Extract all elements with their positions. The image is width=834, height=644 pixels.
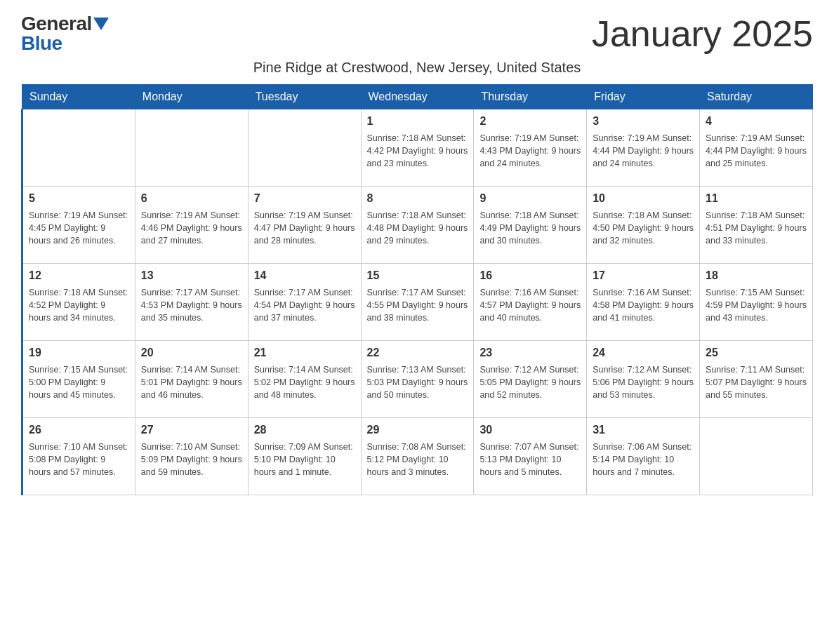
day-info: Sunrise: 7:15 AM Sunset: 5:00 PM Dayligh… [29, 363, 129, 401]
logo-triangle-icon [93, 18, 109, 30]
calendar-body: 1Sunrise: 7:18 AM Sunset: 4:42 PM Daylig… [22, 109, 813, 495]
day-number: 21 [254, 345, 355, 361]
location-subtitle: Pine Ridge at Crestwood, New Jersey, Uni… [21, 60, 813, 76]
day-number: 22 [367, 345, 468, 361]
day-number: 16 [479, 268, 581, 283]
calendar-cell: 25Sunrise: 7:11 AM Sunset: 5:07 PM Dayli… [700, 341, 813, 418]
day-info: Sunrise: 7:17 AM Sunset: 4:55 PM Dayligh… [367, 286, 468, 324]
day-number: 23 [479, 345, 581, 361]
calendar-cell [248, 109, 361, 187]
weekday-header-sunday: Sunday [22, 85, 135, 109]
day-info: Sunrise: 7:08 AM Sunset: 5:12 PM Dayligh… [367, 441, 468, 478]
calendar-cell: 9Sunrise: 7:18 AM Sunset: 4:49 PM Daylig… [474, 187, 587, 264]
day-info: Sunrise: 7:10 AM Sunset: 5:08 PM Dayligh… [29, 441, 129, 478]
day-info: Sunrise: 7:18 AM Sunset: 4:48 PM Dayligh… [367, 209, 468, 247]
day-info: Sunrise: 7:19 AM Sunset: 4:44 PM Dayligh… [593, 132, 694, 170]
calendar-cell: 29Sunrise: 7:08 AM Sunset: 5:12 PM Dayli… [361, 418, 474, 495]
logo-general-text: General [21, 14, 92, 34]
calendar-week-row: 26Sunrise: 7:10 AM Sunset: 5:08 PM Dayli… [22, 418, 813, 495]
calendar-cell: 16Sunrise: 7:16 AM Sunset: 4:57 PM Dayli… [474, 264, 587, 341]
calendar-week-row: 19Sunrise: 7:15 AM Sunset: 5:00 PM Dayli… [22, 341, 813, 418]
calendar-cell: 28Sunrise: 7:09 AM Sunset: 5:10 PM Dayli… [248, 418, 361, 495]
day-info: Sunrise: 7:19 AM Sunset: 4:45 PM Dayligh… [29, 209, 129, 247]
calendar-cell: 18Sunrise: 7:15 AM Sunset: 4:59 PM Dayli… [700, 264, 813, 341]
day-info: Sunrise: 7:19 AM Sunset: 4:43 PM Dayligh… [479, 132, 581, 170]
weekday-header-wednesday: Wednesday [361, 85, 474, 109]
day-number: 31 [593, 422, 694, 438]
day-number: 14 [254, 268, 355, 283]
day-number: 29 [367, 422, 468, 438]
day-number: 12 [29, 268, 129, 283]
page-header: General Blue January 2025 [21, 14, 813, 54]
day-info: Sunrise: 7:11 AM Sunset: 5:07 PM Dayligh… [706, 363, 807, 401]
day-number: 17 [593, 268, 694, 283]
calendar-cell: 6Sunrise: 7:19 AM Sunset: 4:46 PM Daylig… [135, 187, 248, 264]
calendar-cell [135, 109, 248, 187]
day-info: Sunrise: 7:16 AM Sunset: 4:57 PM Dayligh… [479, 286, 581, 324]
day-number: 10 [593, 191, 694, 206]
day-info: Sunrise: 7:18 AM Sunset: 4:52 PM Dayligh… [29, 286, 129, 324]
day-info: Sunrise: 7:19 AM Sunset: 4:46 PM Dayligh… [141, 209, 242, 247]
day-number: 27 [141, 422, 242, 438]
calendar-cell [700, 418, 813, 495]
calendar-cell: 30Sunrise: 7:07 AM Sunset: 5:13 PM Dayli… [474, 418, 587, 495]
day-number: 26 [29, 422, 129, 438]
day-info: Sunrise: 7:07 AM Sunset: 5:13 PM Dayligh… [479, 441, 581, 478]
calendar-table: SundayMondayTuesdayWednesdayThursdayFrid… [21, 84, 813, 495]
day-info: Sunrise: 7:19 AM Sunset: 4:47 PM Dayligh… [254, 209, 355, 247]
day-number: 1 [367, 114, 468, 129]
month-title: January 2025 [592, 14, 813, 54]
calendar-cell: 27Sunrise: 7:10 AM Sunset: 5:09 PM Dayli… [135, 418, 248, 495]
day-info: Sunrise: 7:12 AM Sunset: 5:05 PM Dayligh… [479, 363, 581, 401]
calendar-cell: 4Sunrise: 7:19 AM Sunset: 4:44 PM Daylig… [700, 109, 813, 187]
day-number: 25 [706, 345, 807, 361]
day-info: Sunrise: 7:13 AM Sunset: 5:03 PM Dayligh… [367, 363, 468, 401]
day-info: Sunrise: 7:17 AM Sunset: 4:53 PM Dayligh… [141, 286, 242, 324]
calendar-cell: 12Sunrise: 7:18 AM Sunset: 4:52 PM Dayli… [22, 264, 135, 341]
day-number: 2 [479, 114, 581, 129]
calendar-cell: 21Sunrise: 7:14 AM Sunset: 5:02 PM Dayli… [248, 341, 361, 418]
calendar-cell: 8Sunrise: 7:18 AM Sunset: 4:48 PM Daylig… [361, 187, 474, 264]
calendar-header-row: SundayMondayTuesdayWednesdayThursdayFrid… [22, 85, 813, 109]
svg-marker-0 [93, 18, 109, 30]
day-number: 4 [706, 114, 807, 129]
calendar-cell: 11Sunrise: 7:18 AM Sunset: 4:51 PM Dayli… [700, 187, 813, 264]
day-number: 19 [29, 345, 129, 361]
calendar-cell: 3Sunrise: 7:19 AM Sunset: 4:44 PM Daylig… [587, 109, 700, 187]
day-info: Sunrise: 7:18 AM Sunset: 4:49 PM Dayligh… [479, 209, 581, 247]
day-info: Sunrise: 7:18 AM Sunset: 4:51 PM Dayligh… [706, 209, 807, 247]
day-number: 11 [706, 191, 807, 206]
calendar-cell: 24Sunrise: 7:12 AM Sunset: 5:06 PM Dayli… [587, 341, 700, 418]
day-number: 15 [367, 268, 468, 283]
day-info: Sunrise: 7:14 AM Sunset: 5:02 PM Dayligh… [254, 363, 355, 401]
calendar-cell: 20Sunrise: 7:14 AM Sunset: 5:01 PM Dayli… [135, 341, 248, 418]
weekday-header-saturday: Saturday [700, 85, 813, 109]
day-number: 3 [593, 114, 694, 129]
calendar-cell: 26Sunrise: 7:10 AM Sunset: 5:08 PM Dayli… [22, 418, 135, 495]
calendar-cell [22, 109, 135, 187]
day-info: Sunrise: 7:19 AM Sunset: 4:44 PM Dayligh… [706, 132, 807, 170]
weekday-header-thursday: Thursday [474, 85, 587, 109]
day-number: 28 [254, 422, 355, 438]
day-number: 8 [367, 191, 468, 206]
weekday-header-tuesday: Tuesday [248, 85, 361, 109]
day-info: Sunrise: 7:17 AM Sunset: 4:54 PM Dayligh… [254, 286, 355, 324]
logo-blue-text: Blue [21, 32, 62, 54]
calendar-cell: 19Sunrise: 7:15 AM Sunset: 5:00 PM Dayli… [22, 341, 135, 418]
calendar-week-row: 12Sunrise: 7:18 AM Sunset: 4:52 PM Dayli… [22, 264, 813, 341]
day-number: 5 [29, 191, 129, 206]
day-info: Sunrise: 7:14 AM Sunset: 5:01 PM Dayligh… [141, 363, 242, 401]
day-info: Sunrise: 7:18 AM Sunset: 4:50 PM Dayligh… [593, 209, 694, 247]
calendar-cell: 13Sunrise: 7:17 AM Sunset: 4:53 PM Dayli… [135, 264, 248, 341]
calendar-cell: 15Sunrise: 7:17 AM Sunset: 4:55 PM Dayli… [361, 264, 474, 341]
calendar-cell: 2Sunrise: 7:19 AM Sunset: 4:43 PM Daylig… [474, 109, 587, 187]
day-number: 24 [593, 345, 694, 361]
calendar-cell: 10Sunrise: 7:18 AM Sunset: 4:50 PM Dayli… [587, 187, 700, 264]
day-number: 7 [254, 191, 355, 206]
day-info: Sunrise: 7:06 AM Sunset: 5:14 PM Dayligh… [593, 441, 694, 478]
calendar-cell: 5Sunrise: 7:19 AM Sunset: 4:45 PM Daylig… [22, 187, 135, 264]
calendar-cell: 23Sunrise: 7:12 AM Sunset: 5:05 PM Dayli… [474, 341, 587, 418]
logo: General Blue [21, 14, 109, 53]
calendar-cell: 22Sunrise: 7:13 AM Sunset: 5:03 PM Dayli… [361, 341, 474, 418]
day-number: 6 [141, 191, 242, 206]
